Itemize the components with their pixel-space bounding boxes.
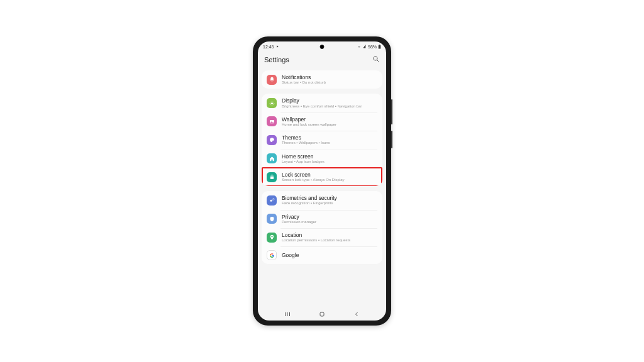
item-subtitle: Home and lock screen wallpaper (282, 123, 377, 127)
palette-icon (267, 135, 277, 145)
svg-line-9 (270, 101, 270, 102)
wifi-icon (357, 45, 362, 48)
back-icon (353, 310, 360, 318)
recents-icon (284, 310, 291, 318)
item-text: Lock screenScreen lock type • Always On … (282, 172, 377, 182)
front-camera (320, 45, 325, 49)
header: Settings (258, 52, 386, 70)
svg-rect-20 (320, 312, 324, 316)
item-text: ThemesThemes • Wallpapers • Icons (282, 134, 377, 145)
item-title: Display (282, 97, 377, 104)
settings-group: NotificationsStatus bar • Do not disturb (262, 70, 382, 89)
status-indicator-icon (275, 45, 279, 48)
back-button[interactable] (350, 310, 363, 318)
item-text: WallpaperHome and lock screen wallpaper (282, 116, 377, 127)
settings-item-display[interactable]: DisplayBrightness • Eye comfort shield •… (262, 94, 382, 112)
item-subtitle: Screen lock type • Always On Display (282, 178, 377, 182)
item-title: Lock screen (282, 172, 377, 178)
item-title: Wallpaper (282, 116, 377, 123)
svg-line-12 (273, 101, 274, 102)
phone-frame: 12:45 98% Settings NotificationsStatus b… (253, 36, 391, 326)
svg-line-11 (270, 104, 270, 105)
battery-icon (378, 45, 381, 49)
item-text: LocationLocation permissions • Location … (282, 232, 377, 243)
status-time: 12:45 (263, 45, 274, 49)
svg-rect-15 (270, 177, 273, 179)
key-icon (267, 195, 277, 206)
search-button[interactable] (372, 54, 380, 65)
item-subtitle: Location permissions • Location requests (282, 238, 377, 243)
nav-bar (258, 308, 386, 321)
home-nav-icon (318, 310, 326, 318)
settings-item-wallpaper[interactable]: WallpaperHome and lock screen wallpaper (262, 112, 382, 131)
sun-icon (267, 98, 277, 108)
settings-item-privacy[interactable]: PrivacyPermission manager (262, 210, 382, 228)
svg-point-4 (271, 102, 273, 104)
google-icon (267, 250, 277, 260)
lock-icon (267, 172, 277, 182)
svg-point-2 (374, 57, 377, 60)
bell-icon (267, 75, 277, 85)
pin-icon (267, 233, 277, 243)
svg-point-16 (270, 200, 272, 202)
shield-icon (267, 214, 277, 224)
svg-line-3 (377, 60, 379, 62)
item-title: Privacy (282, 214, 377, 220)
item-title: Location (282, 232, 377, 238)
item-text: Home screenLayout • App icon badges (282, 153, 377, 164)
screen: 12:45 98% Settings NotificationsStatus b… (258, 41, 386, 321)
battery-text: 98% (368, 45, 377, 49)
item-title: Biometrics and security (282, 195, 377, 201)
settings-item-notifications[interactable]: NotificationsStatus bar • Do not disturb (262, 70, 382, 89)
settings-item-themes[interactable]: ThemesThemes • Wallpapers • Icons (262, 131, 382, 149)
item-text: Google (282, 252, 377, 258)
svg-line-10 (273, 104, 274, 105)
item-text: DisplayBrightness • Eye comfort shield •… (282, 97, 377, 108)
item-subtitle: Permission manager (282, 220, 377, 224)
search-icon (372, 55, 380, 63)
image-icon (267, 116, 277, 126)
item-subtitle: Status bar • Do not disturb (282, 80, 377, 85)
item-subtitle: Themes • Wallpapers • Icons (282, 141, 377, 145)
item-text: Biometrics and securityFace recognition … (282, 195, 377, 206)
item-subtitle: Layout • App icon badges (282, 160, 377, 164)
item-subtitle: Face recognition • Fingerprints (282, 201, 377, 206)
settings-item-lockscreen[interactable]: Lock screenScreen lock type • Always On … (262, 168, 382, 186)
item-subtitle: Brightness • Eye comfort shield • Naviga… (282, 104, 377, 109)
settings-list[interactable]: NotificationsStatus bar • Do not disturb… (258, 70, 386, 308)
item-title: Home screen (282, 153, 377, 160)
item-title: Google (282, 252, 377, 258)
page-title: Settings (264, 56, 289, 63)
home-icon (267, 153, 277, 163)
svg-point-14 (270, 121, 271, 121)
item-title: Notifications (282, 74, 377, 80)
item-text: NotificationsStatus bar • Do not disturb (282, 74, 377, 85)
item-title: Themes (282, 134, 377, 141)
svg-rect-1 (379, 45, 380, 45)
power-button (391, 131, 392, 148)
settings-item-biometrics[interactable]: Biometrics and securityFace recognition … (262, 191, 382, 209)
settings-group: DisplayBrightness • Eye comfort shield •… (262, 94, 382, 186)
signal-icon (363, 45, 367, 48)
settings-item-location[interactable]: LocationLocation permissions • Location … (262, 228, 382, 246)
recents-button[interactable] (281, 310, 294, 318)
home-button[interactable] (316, 310, 328, 318)
settings-item-google[interactable]: Google (262, 246, 382, 264)
svg-rect-0 (379, 45, 381, 48)
settings-item-homescreen[interactable]: Home screenLayout • App icon badges (262, 150, 382, 168)
item-text: PrivacyPermission manager (282, 214, 377, 224)
settings-group: Biometrics and securityFace recognition … (262, 191, 382, 264)
volume-button (391, 99, 392, 124)
